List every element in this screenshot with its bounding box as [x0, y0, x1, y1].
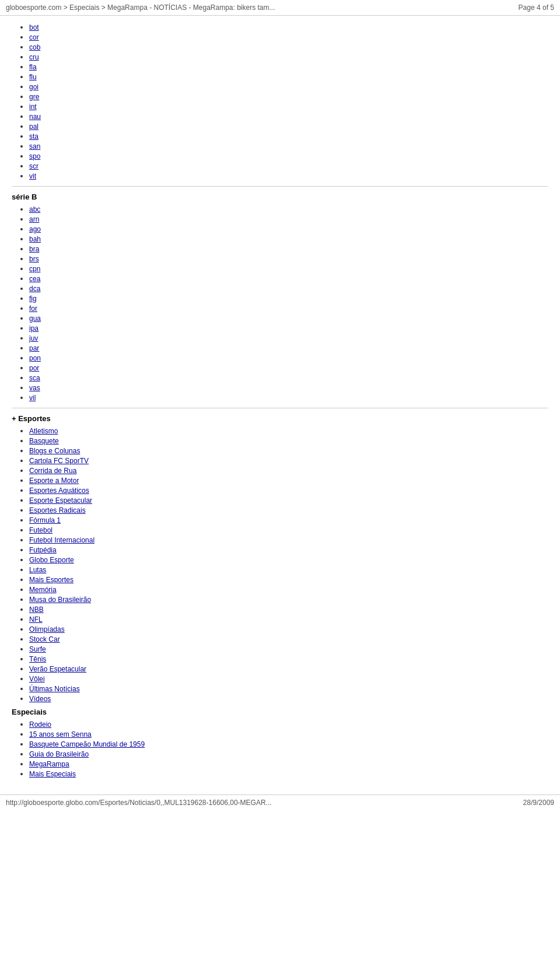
list-item-link[interactable]: vil [29, 394, 36, 402]
list-item-link[interactable]: Basquete [29, 437, 59, 445]
list-item: Futebol [29, 526, 548, 534]
list-item-link[interactable]: sca [29, 374, 40, 382]
list-item: Olimpíadas [29, 625, 548, 634]
list-item-link[interactable]: Futpédia [29, 546, 57, 554]
serie-b-list: abcarnagobahbrabrscpnceadcafigforguaipaj… [12, 205, 548, 402]
list-item-link[interactable]: Esportes Aquáticos [29, 487, 89, 495]
list-item-link[interactable]: Mais Esportes [29, 576, 74, 584]
list-item-link[interactable]: bot [29, 23, 39, 32]
list-item-link[interactable]: gre [29, 93, 39, 101]
list-item-link[interactable]: Globo Esporte [29, 556, 74, 564]
list-item-link[interactable]: ipa [29, 324, 38, 332]
list-item: pal [29, 122, 548, 131]
list-item-link[interactable]: Blogs e Colunas [29, 447, 80, 455]
list-item: cob [29, 43, 548, 51]
list-item-link[interactable]: Musa do Brasileirão [29, 596, 91, 604]
list-item-link[interactable]: spo [29, 152, 40, 160]
list-item: goi [29, 82, 548, 91]
list-item: Esportes Aquáticos [29, 486, 548, 495]
list-item-link[interactable]: brs [29, 255, 39, 263]
footer-date: 28/9/2009 [523, 799, 554, 807]
list-item-link[interactable]: Mais Especiais [29, 770, 76, 778]
list-item-link[interactable]: Atletismo [29, 427, 58, 435]
list-item-link[interactable]: cpn [29, 265, 40, 273]
list-item: arn [29, 215, 548, 223]
list-item-link[interactable]: por [29, 364, 39, 372]
list-item-link[interactable]: Tênis [29, 655, 46, 663]
list-item: por [29, 363, 548, 372]
list-item-link[interactable]: arn [29, 215, 39, 223]
list-item-link[interactable]: Lutas [29, 566, 46, 574]
list-item-link[interactable]: san [29, 142, 40, 150]
list-item-link[interactable]: Surfe [29, 645, 46, 653]
list-item: brs [29, 254, 548, 263]
list-item-link[interactable]: fig [29, 295, 37, 303]
list-item-link[interactable]: Stock Car [29, 635, 60, 643]
list-item-link[interactable]: cru [29, 53, 39, 61]
list-item-link[interactable]: cor [29, 33, 39, 41]
list-item-link[interactable]: sta [29, 132, 38, 141]
list-item: vit [29, 172, 548, 180]
list-item: bot [29, 23, 548, 32]
list-item-link[interactable]: bah [29, 235, 41, 243]
list-item-link[interactable]: pal [29, 123, 38, 131]
list-item-link[interactable]: NFL [29, 615, 43, 624]
list-item: Cartola FC SporTV [29, 456, 548, 465]
list-item-link[interactable]: Vôlei [29, 675, 45, 683]
list-item-link[interactable]: Esporte Espetacular [29, 496, 92, 505]
list-item-link[interactable]: dca [29, 285, 40, 293]
list-item-link[interactable]: abc [29, 205, 40, 214]
list-item-link[interactable]: scr [29, 162, 38, 170]
list-item-link[interactable]: for [29, 304, 37, 313]
list-item-link[interactable]: Rodeio [29, 720, 51, 729]
list-item: Blogs e Colunas [29, 446, 548, 455]
list-item-link[interactable]: juv [29, 334, 38, 342]
list-item: Vídeos [29, 694, 548, 703]
list-item-link[interactable]: vas [29, 384, 40, 392]
list-item-link[interactable]: Esporte a Motor [29, 477, 79, 485]
list-item-link[interactable]: Últimas Notícias [29, 685, 80, 693]
list-item-link[interactable]: fla [29, 63, 37, 71]
list-item-link[interactable]: bra [29, 245, 39, 253]
list-item-link[interactable]: Olimpíadas [29, 625, 65, 634]
list-item: Lutas [29, 565, 548, 574]
list-item-link[interactable]: Memória [29, 586, 57, 594]
list-item-link[interactable]: Futebol [29, 526, 52, 534]
list-item-link[interactable]: Guia do Brasileirão [29, 750, 89, 758]
list-item-link[interactable]: cob [29, 43, 40, 51]
list-item-link[interactable]: ago [29, 225, 41, 233]
list-item-link[interactable]: Cartola FC SporTV [29, 457, 89, 465]
list-item-link[interactable]: int [29, 103, 37, 111]
list-item-link[interactable]: flu [29, 73, 37, 81]
list-item: scr [29, 162, 548, 170]
list-item: NFL [29, 615, 548, 624]
esportes-list: AtletismoBasqueteBlogs e ColunasCartola … [12, 426, 548, 703]
list-item-link[interactable]: NBB [29, 606, 44, 614]
list-item: fla [29, 62, 548, 71]
list-item: Basquete Campeão Mundial de 1959 [29, 740, 548, 748]
list-item-link[interactable]: pon [29, 354, 41, 362]
list-item-link[interactable]: MegaRampa [29, 760, 69, 768]
list-item: cor [29, 33, 548, 41]
list-item: 15 anos sem Senna [29, 730, 548, 738]
list-item-link[interactable]: 15 anos sem Senna [29, 730, 92, 738]
list-item-link[interactable]: Basquete Campeão Mundial de 1959 [29, 740, 145, 748]
list-item-link[interactable]: par [29, 344, 39, 352]
list-item-link[interactable]: Esportes Radicais [29, 506, 86, 514]
list-item-link[interactable]: Corrida de Rua [29, 467, 76, 475]
list-item-link[interactable]: Futebol Internacional [29, 536, 94, 544]
list-item-link[interactable]: gua [29, 314, 41, 323]
list-item-link[interactable]: Verão Espetacular [29, 665, 86, 673]
list-item: Corrida de Rua [29, 466, 548, 475]
list-item: cru [29, 52, 548, 61]
list-item-link[interactable]: goi [29, 83, 38, 91]
list-item: Guia do Brasileirão [29, 750, 548, 758]
list-item-link[interactable]: cea [29, 275, 40, 283]
list-item-link[interactable]: Fórmula 1 [29, 516, 61, 524]
list-item: Globo Esporte [29, 555, 548, 564]
list-item-link[interactable]: Vídeos [29, 695, 51, 703]
list-item-link[interactable]: nau [29, 113, 41, 121]
list-item: Stock Car [29, 635, 548, 643]
list-item-link[interactable]: vit [29, 172, 36, 180]
list-item: nau [29, 112, 548, 121]
